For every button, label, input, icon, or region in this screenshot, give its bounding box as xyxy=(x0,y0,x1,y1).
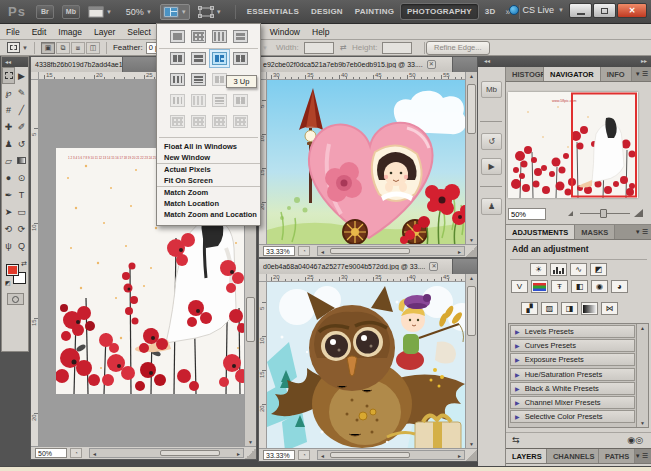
view-extras-button[interactable]: ▼ xyxy=(88,6,112,18)
preset-row[interactable]: ▶Exposure Presets xyxy=(510,353,635,366)
history-button[interactable]: ↺ xyxy=(481,133,502,150)
mini-bridge-button[interactable]: Mb xyxy=(481,81,502,98)
arrange-tile-all-horizontally[interactable] xyxy=(233,30,248,43)
close-tab-icon[interactable]: ✕ xyxy=(427,60,436,69)
refine-edge-button[interactable]: Refine Edge... xyxy=(426,41,490,55)
intersect-selection-button[interactable]: ◫ xyxy=(86,42,100,54)
document-tab-2[interactable]: e92cbe02f0dca521a7eb9b7eb0edb915.jpg @ 3… xyxy=(259,57,453,72)
adjustment-exposure[interactable]: ◩ xyxy=(590,263,607,276)
arrange-n-up-d[interactable] xyxy=(233,115,248,128)
panel-menu-icon[interactable]: ▼☰ xyxy=(635,449,651,463)
arrange-5-up[interactable] xyxy=(170,94,185,107)
tool-lasso[interactable]: ℘ xyxy=(2,84,15,101)
adjustment-threshold[interactable]: ◨ xyxy=(561,302,578,315)
zoom-input-2[interactable]: 33.33% xyxy=(263,246,295,256)
navigator-zoom-thumb[interactable] xyxy=(600,209,607,218)
arrange-6-up-b[interactable] xyxy=(233,94,248,107)
mini-bridge-button[interactable]: Mb xyxy=(62,5,80,19)
adjustment-posterize[interactable]: ▨ xyxy=(541,302,558,315)
new-selection-button[interactable]: ▣ xyxy=(41,42,55,54)
vertical-scrollbar-3[interactable]: ▲ ▼ xyxy=(465,274,477,448)
document-tab-1[interactable]: 4338fb26b019d7b2add4ae13c3 xyxy=(31,57,123,72)
zoom-input-3[interactable]: 33.33% xyxy=(263,450,295,460)
tab-adjustments[interactable]: ADJUSTMENTS xyxy=(506,225,575,239)
subtract-selection-button[interactable]: ⧈ xyxy=(71,42,85,54)
foreground-color-swatch[interactable] xyxy=(6,264,19,276)
tool-3d-camera-rotate[interactable]: ⟳ xyxy=(15,220,28,237)
preset-row[interactable]: ▶Levels Presets xyxy=(510,325,635,338)
tab-histogram[interactable]: HISTOGRAM xyxy=(506,67,544,81)
panel-menu-icon[interactable]: ▼☰ xyxy=(635,67,651,81)
minimize-button[interactable] xyxy=(569,3,592,18)
tool-pen[interactable]: ✒ xyxy=(2,186,15,203)
tab-paths[interactable]: PATHS xyxy=(599,449,635,463)
menu-window[interactable]: Window xyxy=(264,27,306,37)
swap-dimensions-icon[interactable]: ⇄ xyxy=(340,43,347,52)
adjustment-black-white[interactable]: ◧ xyxy=(571,280,588,293)
arrange-3-up[interactable] xyxy=(212,52,227,65)
tool-type[interactable]: T xyxy=(15,186,28,203)
arrange-n-up-b[interactable] xyxy=(191,115,206,128)
tab-info[interactable]: INFO xyxy=(601,67,632,81)
tool-path-selection[interactable]: ➤ xyxy=(2,203,15,220)
tool-dodge[interactable]: ⊙ xyxy=(15,169,28,186)
arrange-tile-all-in-grid[interactable] xyxy=(191,30,206,43)
clip-to-layer-icon[interactable]: ◉◎ xyxy=(627,435,643,445)
arrange-4-up-grid[interactable] xyxy=(212,73,227,86)
adjustment-levels[interactable] xyxy=(550,263,567,276)
menu-item-match-zoom-and-location[interactable]: Match Zoom and Location xyxy=(157,209,260,220)
horizontal-scrollbar-2[interactable]: ◄ ► xyxy=(317,246,465,256)
workspace-tab-photography[interactable]: PHOTOGRAPHY xyxy=(400,3,479,20)
default-colors-icon[interactable]: ◩ xyxy=(5,279,11,286)
tool-rectangular-marquee[interactable] xyxy=(2,67,15,84)
adjustment-color-balance[interactable]: Ŧ xyxy=(551,280,568,293)
zoom-in-icon[interactable] xyxy=(634,209,643,217)
panel-menu-icon[interactable]: ▼☰ xyxy=(635,225,651,239)
scroll-down-icon[interactable]: ▼ xyxy=(245,439,256,445)
zoom-out-icon[interactable] xyxy=(568,211,573,216)
presets-scrollbar[interactable]: ▲ ▼ xyxy=(636,324,648,427)
arrange-3-up-stacked[interactable] xyxy=(191,73,206,86)
tool-zoom[interactable]: Q xyxy=(15,237,28,254)
close-button[interactable]: ✕ xyxy=(617,3,647,18)
tool-quick-selection[interactable]: ✎ xyxy=(15,84,28,101)
menu-item-match-zoom[interactable]: Match Zoom xyxy=(157,187,260,198)
height-input[interactable] xyxy=(382,42,412,54)
adjustment-curves[interactable]: ∿ xyxy=(570,263,587,276)
menu-select[interactable]: Select xyxy=(121,27,157,37)
adjustment-photo-filter[interactable]: ◉ xyxy=(591,280,608,293)
horizontal-scrollbar-1[interactable]: ◄ ► xyxy=(89,448,244,458)
tool-hand[interactable]: ψ xyxy=(2,237,15,254)
canvas-2[interactable] xyxy=(267,80,465,244)
adjustment-vibrance[interactable]: V xyxy=(511,280,528,293)
zoom-input-1[interactable]: 50% xyxy=(35,448,67,458)
menu-file[interactable]: File xyxy=(0,27,26,37)
arrange-documents-button[interactable]: ▼ xyxy=(160,4,190,20)
menu-edit[interactable]: Edit xyxy=(26,27,53,37)
document-tab-3[interactable]: d0eb4a68a040467a25277e9004b572dd.jpg @ 3… xyxy=(259,259,453,274)
cs-live-button[interactable]: CS Live ▼ xyxy=(509,5,564,15)
navigator-zoom-input[interactable]: 50% xyxy=(508,208,546,220)
preset-row[interactable]: ▶Black & White Presets xyxy=(510,382,635,395)
tool-blur[interactable]: ● xyxy=(2,169,15,186)
workspace-tab-painting[interactable]: PAINTING xyxy=(349,4,400,19)
tool-rectangle[interactable]: ▭ xyxy=(15,203,28,220)
tool-3d-object-rotate[interactable]: ⟲ xyxy=(2,220,15,237)
tab-navigator[interactable]: NAVIGATOR xyxy=(544,67,601,81)
quick-mask-button[interactable] xyxy=(7,293,24,305)
tool-eyedropper[interactable]: ╱ xyxy=(15,101,28,118)
preset-row[interactable]: ▶Selective Color Presets xyxy=(510,410,635,423)
screen-mode-button[interactable]: ▼ xyxy=(198,6,222,18)
menu-item-actual-pixels[interactable]: Actual Pixels xyxy=(157,164,260,175)
zoom-level[interactable]: 50% xyxy=(126,7,144,17)
actions-button[interactable]: ▶ xyxy=(481,158,502,175)
close-tab-icon-3[interactable]: ✕ xyxy=(429,262,438,271)
tool-gradient[interactable] xyxy=(15,152,28,169)
dock-header[interactable]: ◂◂▸▸ xyxy=(478,56,651,67)
tool-eraser[interactable]: ▱ xyxy=(2,152,15,169)
tool-spot-healing-brush[interactable]: ✚ xyxy=(2,118,15,135)
tab-masks[interactable]: MASKS xyxy=(575,225,615,239)
tab-layers[interactable]: LAYERS xyxy=(506,449,547,463)
workspace-tab-3d[interactable]: 3D xyxy=(479,4,502,19)
tab-channels[interactable]: CHANNELS xyxy=(547,449,599,463)
